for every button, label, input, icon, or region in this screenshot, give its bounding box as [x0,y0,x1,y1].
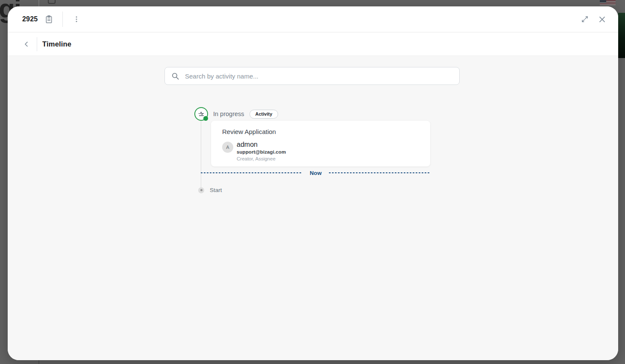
activity-title: Review Application [222,128,419,135]
search-bar [164,67,460,85]
more-options-button[interactable] [70,13,82,25]
back-button[interactable] [21,38,32,50]
header-divider [62,12,63,27]
dialog-header: 2925 [8,6,618,32]
expand-icon [581,15,589,23]
timeline-event-start: Start [198,187,222,193]
assignee-roles: Creator, Assignee [237,156,286,161]
search-input[interactable] [185,73,453,80]
case-number: 2925 [22,15,38,23]
timeline-subheader: Timeline [8,32,618,56]
activity-node [194,107,208,121]
avatar: A [222,142,233,153]
background-toolbar-icon [48,0,56,4]
assignee-info: admon support@bizagi.com Creator, Assign… [237,141,286,161]
now-label: Now [310,170,322,176]
timeline-body: In progress Activity Review Application … [8,56,618,360]
assignee-email: support@bizagi.com [237,149,286,154]
kebab-icon [73,15,80,23]
clipboard-icon [44,15,53,24]
event-status: In progress [213,111,244,117]
start-label: Start [210,187,222,193]
close-dialog-button[interactable] [596,13,608,25]
background-bottom-divider [38,360,39,364]
page-title: Timeline [42,40,71,48]
background-toolbar-divider [38,0,39,6]
close-icon [598,15,606,23]
assignee-name: admon [237,141,286,149]
timeline-event-in-progress: In progress Activity [194,107,278,121]
language-flag-icon [600,0,616,5]
now-dash-right [329,172,431,173]
start-node [198,187,204,193]
now-dash-left [201,172,302,173]
search-icon [171,72,179,80]
assignee-row: A admon support@bizagi.com Creator, Assi… [222,141,419,161]
timeline-connector [201,121,201,190]
status-dot [203,116,208,121]
subheader-divider [37,37,37,51]
expand-dialog-button[interactable] [579,13,591,25]
copy-case-number-button[interactable] [43,13,55,25]
background-green-panel [618,13,625,58]
event-type-badge: Activity [249,110,279,119]
chevron-left-icon [23,41,30,48]
activity-card[interactable]: Review Application A admon support@bizag… [211,121,430,166]
now-divider: Now [201,169,431,176]
case-dialog: 2925 [8,6,618,360]
